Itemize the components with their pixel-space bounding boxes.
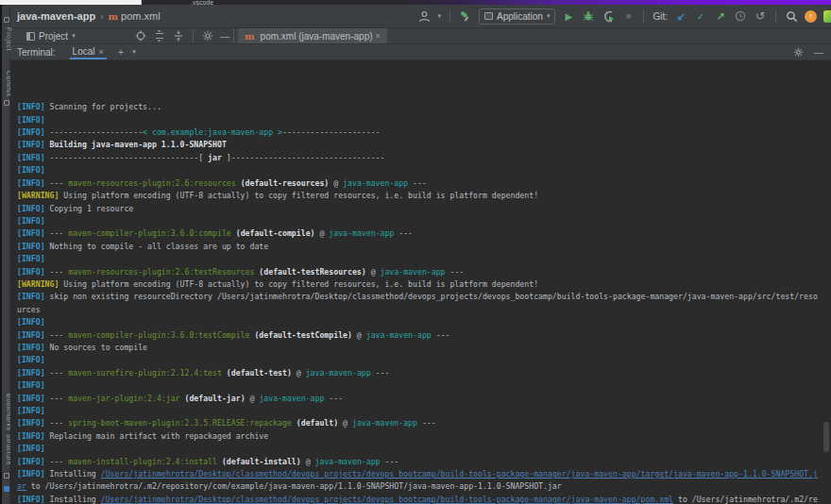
terminal-text: [INFO]	[17, 153, 45, 162]
terminal-text: [INFO]	[17, 355, 45, 364]
build-hammer-icon[interactable]	[459, 9, 472, 23]
terminal-output[interactable]: [INFO] Scanning for projects...[INFO][IN…	[10, 60, 831, 504]
terminal-text: [INFO]	[17, 228, 45, 238]
terminal-text: ---	[45, 178, 69, 188]
terminal-options-dropdown-icon[interactable]: ▾	[132, 48, 136, 56]
terminal-text: java-maven-app	[259, 394, 324, 403]
terminal-line: [INFO] No sources to compile	[17, 342, 831, 354]
commit-tool-icon[interactable]	[4, 100, 9, 106]
terminal-text: Nothing to compile - all classes are up …	[45, 242, 269, 251]
vscode-folder-label: .vscode	[191, 0, 213, 5]
rollback-icon[interactable]: ↺	[754, 9, 767, 23]
terminal-line: [WARNING] Using platform encoding (UTF-8…	[17, 190, 831, 202]
terminal-text: @	[292, 368, 306, 378]
editor-tab-pom[interactable]: m pom.xml (java-maven-app) ×	[238, 28, 387, 43]
terminal-text: ---	[417, 418, 436, 428]
breadcrumb-file[interactable]: pom.xml	[121, 10, 161, 22]
terminal-text: [INFO]	[17, 127, 45, 137]
locate-file-icon[interactable]	[134, 29, 147, 42]
terminal-text: @	[366, 267, 381, 277]
terminal-text: (default-testResources)	[259, 267, 365, 277]
settings-gear-icon[interactable]	[201, 29, 214, 42]
user-dropdown-icon[interactable]: ▾	[437, 12, 441, 20]
project-panel-icon	[26, 32, 35, 41]
breadcrumb-project[interactable]: java-maven-app	[17, 10, 95, 22]
terminal-text: Replacing main artifact with repackaged …	[45, 431, 269, 441]
terminal-file-link[interactable]: /Users/jatinmehrotra/Desktop/classmethod…	[101, 469, 818, 479]
project-panel-title[interactable]: Project	[39, 31, 68, 42]
terminal-scrollbar[interactable]	[823, 422, 829, 452]
terminal-text: [INFO]	[17, 380, 45, 390]
terminal-text: @	[352, 330, 366, 340]
project-tool-icon[interactable]	[4, 17, 9, 23]
new-terminal-button[interactable]: +	[118, 46, 124, 58]
terminal-text: [INFO]	[17, 444, 45, 453]
terminal-text: [INFO]	[17, 495, 45, 504]
terminal-text: java-maven-app	[352, 418, 417, 428]
terminal-text: [INFO]	[17, 406, 45, 415]
hide-terminal-icon[interactable]: —	[814, 47, 823, 58]
terminal-line: [INFO] --- maven-resources-plugin:2.6:re…	[17, 177, 831, 190]
terminal-line: [INFO]	[17, 253, 831, 265]
terminal-tab-close-icon[interactable]: ×	[98, 47, 103, 57]
terminal-line: [INFO] Building java-maven-app 1.1.0-SNA…	[17, 139, 831, 151]
user-account-icon[interactable]	[417, 9, 431, 23]
terminal-line: [INFO] --- maven-compiler-plugin:3.6.0:c…	[17, 227, 831, 240]
terminal-line: [INFO]	[17, 114, 831, 126]
hide-panel-icon[interactable]: —	[220, 31, 229, 42]
debug-bug-icon[interactable]	[582, 9, 595, 23]
terminal-text: [INFO]	[17, 178, 45, 188]
terminal-text: @	[329, 178, 343, 188]
maven-file-icon: m	[109, 11, 119, 22]
terminal-line: [INFO] Scanning for projects...	[17, 101, 831, 113]
terminal-text: @	[301, 457, 315, 466]
run-button[interactable]: ▶	[562, 9, 575, 23]
application-icon	[484, 12, 493, 20]
git-commit-check-icon[interactable]: ✓	[694, 9, 707, 23]
terminal-settings-gear-icon[interactable]	[791, 45, 805, 59]
terminal-text: java-maven-app	[306, 368, 371, 378]
terminal-text: ]---------------------------------	[227, 153, 385, 162]
run-configuration-select[interactable]: Application ▾	[479, 8, 555, 25]
expand-all-icon[interactable]	[153, 29, 166, 42]
terminal-text: --------------------------------[	[45, 153, 204, 162]
terminal-text: [INFO]	[17, 140, 45, 149]
ide-update-badge[interactable]: ↑	[805, 10, 817, 23]
stripe-item-project[interactable]: Project	[2, 27, 12, 51]
terminal-text: < com.example:java-maven-app >	[143, 127, 282, 137]
background-vscode-titlebar: .vscode	[142, 0, 395, 5]
terminal-text: ---	[45, 330, 69, 340]
stop-button[interactable]: ■	[621, 9, 635, 23]
terminal-line: [INFO]	[17, 164, 831, 176]
terminal-text: maven-resources-plugin:2.6:testResources	[68, 267, 254, 277]
terminal-line: ar to /Users/jatinmehrotra/.m2/repositor…	[17, 480, 831, 493]
terminal-text: [INFO]	[17, 343, 45, 352]
git-push-icon[interactable]: ↗	[714, 9, 727, 23]
terminal-file-link[interactable]: /Users/jatinmehrotra/Desktop/classmethod…	[101, 495, 673, 504]
terminal-text: jar	[203, 153, 227, 162]
history-clock-icon[interactable]	[734, 9, 747, 23]
tab-close-icon[interactable]: ×	[376, 31, 381, 41]
terminal-text: [INFO]	[17, 418, 45, 428]
titlebar: java-maven-app › m pom.xml ▾ Application…	[10, 5, 831, 28]
terminal-text: [INFO]	[17, 394, 45, 403]
terminal-line: [INFO] Replacing main artifact with repa…	[17, 430, 831, 443]
terminal-tool-icon[interactable]	[4, 486, 9, 492]
git-update-icon[interactable]: ↙	[674, 9, 687, 23]
terminal-text: ---	[371, 368, 390, 378]
terminal-text: java-maven-app	[343, 178, 408, 188]
run-with-coverage-icon[interactable]	[602, 9, 615, 23]
project-view-dropdown-icon[interactable]: ▾	[72, 32, 76, 40]
structure-tool-icon[interactable]	[4, 473, 9, 479]
terminal-text: [INFO]	[17, 292, 45, 301]
background-window-light-area	[0, 0, 142, 5]
terminal-file-link[interactable]: ar	[17, 481, 26, 491]
search-everywhere-icon[interactable]	[785, 9, 798, 23]
terminal-text: java-maven-app	[381, 267, 446, 277]
collapse-all-icon[interactable]	[172, 29, 185, 42]
terminal-text: @	[246, 394, 260, 403]
terminal-text: [INFO]	[17, 165, 45, 175]
terminal-line: [WARNING] Using platform encoding (UTF-8…	[17, 278, 831, 291]
terminal-tab-local[interactable]: Local ×	[70, 44, 107, 59]
terminal-text: to /Users/jatinmehrotra/.m2/repository/c…	[26, 481, 562, 491]
